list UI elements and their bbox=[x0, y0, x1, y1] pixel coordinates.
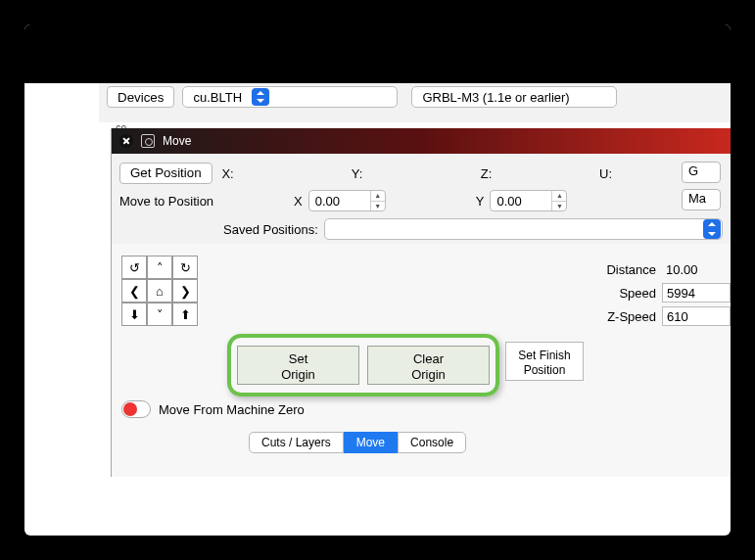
port-value: cu.BLTH bbox=[193, 90, 242, 105]
highlight-box: Set Origin Clear Origin bbox=[227, 334, 499, 397]
x-stepper[interactable]: ▲▼ bbox=[370, 191, 385, 210]
x-input[interactable]: ▲▼ bbox=[308, 190, 386, 211]
go-button-cut[interactable]: G bbox=[682, 162, 721, 183]
jog-cw-button[interactable]: ↻ bbox=[172, 256, 198, 279]
distance-label: Distance bbox=[593, 262, 662, 277]
x-field[interactable] bbox=[309, 194, 370, 209]
tab-cuts-layers[interactable]: Cuts / Layers bbox=[249, 432, 344, 453]
port-select[interactable]: cu.BLTH bbox=[182, 86, 398, 108]
jog-right-button[interactable]: ❯ bbox=[172, 279, 198, 303]
coord-x-lbl: X bbox=[294, 194, 303, 209]
move-from-zero-label: Move From Machine Zero bbox=[159, 402, 305, 417]
jog-home-button[interactable]: ⌂ bbox=[147, 279, 172, 303]
chevron-updown-icon bbox=[703, 219, 721, 239]
move-from-zero-toggle[interactable] bbox=[121, 400, 151, 418]
jog-up-button[interactable]: ˄ bbox=[147, 256, 172, 279]
y-stepper[interactable]: ▲▼ bbox=[551, 191, 566, 210]
jog-zup-button[interactable]: ⬆ bbox=[172, 303, 198, 326]
y-field[interactable] bbox=[491, 194, 551, 209]
close-icon[interactable] bbox=[119, 134, 133, 148]
device-select[interactable]: GRBL-M3 (1.1e or earlier) bbox=[411, 86, 617, 108]
u-label: U: bbox=[596, 166, 616, 181]
manage-button-cut[interactable]: Ma bbox=[682, 189, 721, 210]
devices-button[interactable]: Devices bbox=[107, 86, 174, 108]
set-finish-position-button[interactable]: Set Finish Position bbox=[505, 342, 584, 381]
saved-positions-select[interactable] bbox=[324, 218, 723, 240]
device-value: GRBL-M3 (1.1e or earlier) bbox=[422, 90, 569, 105]
get-position-button[interactable]: Get Position bbox=[119, 163, 212, 184]
clear-origin-button[interactable]: Clear Origin bbox=[367, 346, 490, 385]
saved-positions-label: Saved Positions: bbox=[223, 222, 318, 237]
panel-tabs: Cuts / Layers Move Console bbox=[249, 432, 466, 453]
pin-icon[interactable] bbox=[141, 134, 155, 148]
jog-pad: ↺ ˄ ↻ ❮ ⌂ ❯ ⬇ ˅ ⬆ bbox=[121, 256, 198, 326]
speed-input[interactable] bbox=[662, 283, 731, 303]
panel-titlebar: Move bbox=[112, 128, 731, 154]
coord-y-lbl: Y bbox=[476, 194, 485, 209]
move-panel: Move Get Position X: Y: Z: U: Move to Po… bbox=[111, 128, 731, 477]
panel-title: Move bbox=[163, 134, 191, 148]
x-label: X: bbox=[218, 166, 238, 181]
y-label: Y: bbox=[348, 166, 367, 181]
tab-console[interactable]: Console bbox=[398, 432, 466, 453]
top-toolbar: Devices cu.BLTH GRBL-M3 (1.1e or earlier… bbox=[99, 83, 731, 122]
jog-zdown-button[interactable]: ⬇ bbox=[121, 303, 147, 326]
chevron-updown-icon bbox=[252, 88, 269, 106]
jog-down-button[interactable]: ˅ bbox=[147, 303, 172, 326]
move-info: Distance 10.00 Speed Z-Speed bbox=[593, 257, 731, 328]
zspeed-input[interactable] bbox=[662, 306, 731, 326]
zspeed-label: Z-Speed bbox=[593, 309, 662, 324]
move-to-label: Move to Position bbox=[119, 194, 213, 209]
set-origin-button[interactable]: Set Origin bbox=[237, 346, 359, 385]
distance-value: 10.00 bbox=[662, 262, 731, 277]
tab-move[interactable]: Move bbox=[344, 432, 398, 453]
jog-left-button[interactable]: ❮ bbox=[121, 279, 147, 303]
y-input[interactable]: ▲▼ bbox=[490, 190, 567, 211]
jog-ccw-button[interactable]: ↺ bbox=[121, 256, 147, 279]
speed-label: Speed bbox=[593, 286, 662, 301]
z-label: Z: bbox=[477, 166, 496, 181]
